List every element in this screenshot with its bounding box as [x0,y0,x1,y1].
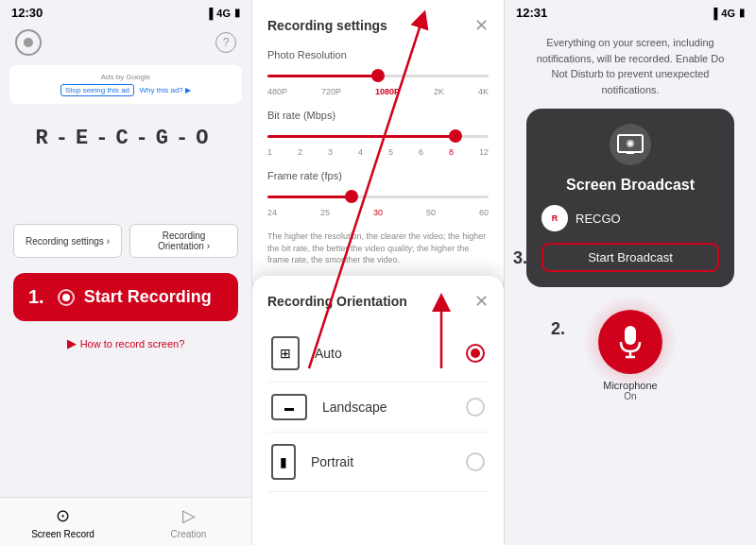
status-bar-right: 12:31 ▐ 4G ▮ [505,0,756,24]
start-broadcast-wrapper: 3. Start Broadcast [541,243,719,272]
bit-4: 4 [358,147,363,157]
modal-settings-title: Recording settings [267,18,387,33]
record-circle-icon [15,29,42,56]
framerate-label: Frame rate (fps) [267,170,489,181]
orientation-title-row: Recording Orientation ✕ [267,291,489,312]
res-4k: 4K [478,87,489,96]
landscape-radio[interactable] [466,398,485,417]
svg-rect-9 [625,326,636,345]
panel-left: 12:30 ▐ 4G ▮ ? Ads by Google Stop seeing… [0,0,252,545]
bitrate-slider[interactable] [267,127,489,145]
record-button-icon [58,289,75,306]
buttons-row: Recording settings › Recording Orientati… [0,216,251,265]
resolution-fill [267,75,378,77]
fps-25: 25 [320,208,330,217]
mic-container [598,310,662,374]
resolution-labels: 480P 720P 1080P 2K 4K [267,87,489,96]
logo-area: R-E-C-G-O [0,108,251,160]
broadcast-screen-icon [610,124,651,165]
question-icon[interactable]: ? [215,32,236,53]
fps-24: 24 [267,208,277,217]
portrait-icon: ▮ [271,444,296,480]
auto-label: Auto [315,346,342,361]
microphone-status: On [624,391,636,401]
res-1080p: 1080P [375,87,400,96]
res-2k: 2K [434,87,444,96]
orientation-auto[interactable]: ⊞ Auto [267,325,489,383]
auto-left: ⊞ Auto [271,336,342,370]
stop-seeing-button[interactable]: Stop seeing this ad [60,84,134,96]
start-recording-label: Start Recording [84,287,212,307]
status-bar-left: 12:30 ▐ 4G ▮ [0,0,251,24]
framerate-slider[interactable] [267,187,489,206]
auto-radio[interactable] [466,344,485,363]
nav-creation[interactable]: ▷ Creation [126,498,251,545]
portrait-label: Portrait [311,454,353,469]
bit-12: 12 [479,147,489,157]
bit-2: 2 [298,147,302,157]
panel-right: 12:31 ▐ 4G ▮ Everything on your screen, … [505,0,756,545]
portrait-left: ▮ Portrait [271,444,353,480]
orientation-portrait[interactable]: ▮ Portrait [267,433,489,492]
nav-screen-record-label: Screen Record [31,529,94,539]
start-recording-button[interactable]: 1. Start Recording [13,273,238,321]
auto-icon: ⊞ [271,336,300,370]
recording-orientation-modal: Recording Orientation ✕ ⊞ Auto ▬ Landsca… [252,276,504,545]
signal-right: ▐ [711,8,718,19]
resolution-thumb[interactable] [371,69,385,82]
bitrate-track [267,135,489,138]
bitrate-fill [267,135,455,138]
fps-60: 60 [479,208,489,217]
bit-6: 6 [419,147,423,157]
why-ad-link[interactable]: Why this ad? ▶ [140,86,191,94]
bottom-nav: ⊙ Screen Record ▷ Creation [0,497,251,545]
portrait-radio[interactable] [466,452,485,471]
time-right: 12:31 [516,6,547,20]
orientation-modal-close[interactable]: ✕ [474,291,489,312]
record-dot [24,38,33,47]
res-480p: 480P [267,87,287,96]
status-icons-left: ▐ 4G ▮ [206,7,240,19]
status-icons-right: ▐ 4G ▮ [711,7,745,19]
bit-3: 3 [328,147,333,157]
recording-settings-modal: Recording settings ✕ Photo Resolution 48… [252,0,504,293]
ads-label: Ads by Google [17,73,234,81]
recgo-app-row: R RECGO [541,205,719,231]
step2-label: 2. [551,319,565,339]
panel1-header: ? [0,24,251,61]
time-left: 12:30 [11,6,43,20]
record-dot-inner [62,294,70,301]
screen-record-icon: ⊙ [56,505,70,526]
landscape-icon: ▬ [271,394,307,420]
microphone-button[interactable] [598,310,662,374]
framerate-fill [267,196,352,198]
bitrate-label: Bit rate (Mbps) [267,110,489,121]
nav-screen-record[interactable]: ⊙ Screen Record [0,498,126,545]
recording-settings-button[interactable]: Recording settings › [13,224,122,258]
svg-point-6 [628,142,632,145]
orientation-modal-title: Recording Orientation [267,294,407,309]
how-to-link[interactable]: ▶ How to record screen? [0,329,251,358]
panel-middle: Recording settings ✕ Photo Resolution 48… [252,0,505,545]
recgo-app-name: RECGO [576,212,621,226]
framerate-labels: 24 25 30 50 60 [267,208,489,217]
photo-resolution-section: Photo Resolution 480P 720P 1080P 2K 4K [267,49,489,96]
bitrate-labels: 1 2 3 4 5 6 8 12 [267,147,489,157]
start-broadcast-button[interactable]: Start Broadcast [541,243,719,272]
modal-settings-close[interactable]: ✕ [474,15,489,36]
framerate-thumb[interactable] [345,190,358,203]
bitrate-thumb[interactable] [449,129,462,143]
step1-label: 1. [28,286,44,308]
orientation-landscape[interactable]: ▬ Landscape [267,383,489,433]
recording-orientation-button[interactable]: Recording Orientation › [129,224,238,258]
resolution-track [267,75,489,77]
microphone-area: 2. Microphone On [598,310,662,401]
framerate-section: Frame rate (fps) 24 25 30 50 60 [267,170,489,217]
step3-label: 3. [513,247,527,267]
bit-8: 8 [449,147,454,157]
youtube-icon: ▶ [67,336,77,350]
resolution-slider[interactable] [267,66,489,85]
bit-5: 5 [388,147,393,157]
landscape-label: Landscape [322,400,387,415]
broadcast-card: Screen Broadcast R RECGO 3. Start Broadc… [526,109,734,287]
